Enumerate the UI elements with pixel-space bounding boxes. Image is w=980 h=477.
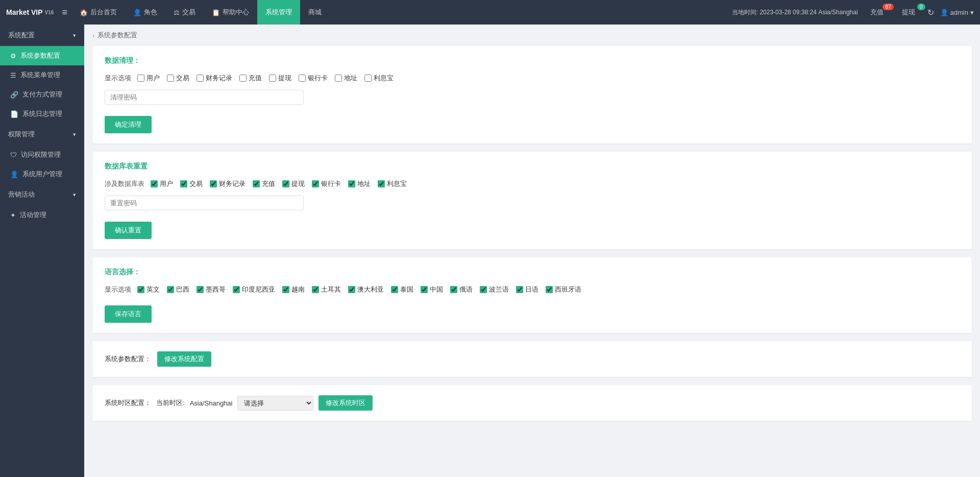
lang-checkbox-thailand[interactable] bbox=[391, 286, 398, 293]
cleanup-checkbox-finance[interactable] bbox=[197, 75, 204, 82]
nav-item-system[interactable]: 系统管理 bbox=[257, 0, 300, 25]
reset-checkbox-user[interactable] bbox=[151, 180, 158, 187]
top-navigation: Market VIP V16 ≡ 🏠 后台首页 👤 角色 ⚖ 交易 📋 帮助中心… bbox=[0, 0, 980, 25]
reset-checkbox-bankcard[interactable] bbox=[312, 180, 319, 187]
cleanup-cb-address[interactable]: 地址 bbox=[335, 74, 357, 83]
reset-checkbox-address[interactable] bbox=[348, 180, 355, 187]
language-display-label: 显示选项 bbox=[105, 285, 131, 294]
lang-checkbox-turkey[interactable] bbox=[312, 286, 319, 293]
cleanup-cb-bankcard[interactable]: 银行卡 bbox=[299, 74, 328, 83]
lang-cb-indonesia[interactable]: 印度尼西亚 bbox=[233, 285, 275, 294]
lang-cb-mexico[interactable]: 墨西哥 bbox=[197, 285, 226, 294]
sys-config-label: 系统参数配置： bbox=[105, 354, 151, 364]
sidebar-section-header-permission[interactable]: 权限管理 ▾ bbox=[0, 124, 84, 145]
reset-cb-address[interactable]: 地址 bbox=[348, 179, 371, 188]
cleanup-checkbox-withdraw[interactable] bbox=[269, 75, 276, 82]
nav-shop-label: 商城 bbox=[308, 8, 322, 17]
lang-cb-spanish[interactable]: 西班牙语 bbox=[546, 285, 581, 294]
cleanup-checkbox-trade[interactable] bbox=[167, 75, 174, 82]
save-language-button[interactable]: 保存语言 bbox=[105, 305, 152, 323]
lang-cb-australia[interactable]: 澳大利亚 bbox=[348, 285, 384, 294]
nav-item-role[interactable]: 👤 角色 bbox=[125, 0, 165, 25]
cleanup-cb-withdraw[interactable]: 提现 bbox=[269, 74, 291, 83]
reset-cb-recharge[interactable]: 充值 bbox=[253, 179, 275, 188]
sidebar-item-activity[interactable]: ✦ 活动管理 bbox=[0, 205, 84, 225]
lang-checkbox-brazil[interactable] bbox=[167, 286, 174, 293]
lang-checkbox-russian[interactable] bbox=[450, 286, 457, 293]
refresh-icon[interactable]: ↻ bbox=[927, 8, 934, 17]
cleanup-cb-interest[interactable]: 利息宝 bbox=[364, 74, 394, 83]
lang-checkbox-english[interactable] bbox=[137, 286, 144, 293]
reset-cb-interest[interactable]: 利息宝 bbox=[378, 179, 407, 188]
sidebar-item-logs[interactable]: 📄 系统日志管理 bbox=[0, 104, 84, 124]
reset-checkbox-trade[interactable] bbox=[180, 180, 187, 187]
sidebar-item-payment[interactable]: 🔗 支付方式管理 bbox=[0, 85, 84, 104]
cleanup-cb-trade[interactable]: 交易 bbox=[167, 74, 189, 83]
reset-cb-trade[interactable]: 交易 bbox=[180, 179, 203, 188]
nav-toggle-icon[interactable]: ≡ bbox=[62, 7, 67, 18]
lang-cb-english[interactable]: 英文 bbox=[137, 285, 160, 294]
admin-icon: 👤 bbox=[940, 9, 948, 16]
lang-checkbox-japanese[interactable] bbox=[516, 286, 523, 293]
lang-checkbox-spanish[interactable] bbox=[546, 286, 553, 293]
admin-menu[interactable]: 👤 admin ▾ bbox=[940, 9, 974, 16]
cleanup-checkbox-interest[interactable] bbox=[364, 75, 372, 82]
lang-checkbox-australia[interactable] bbox=[348, 286, 355, 293]
cleanup-confirm-button[interactable]: 确定清理 bbox=[105, 116, 152, 133]
reset-confirm-button[interactable]: 确认重置 bbox=[105, 222, 152, 239]
reset-checkbox-interest[interactable] bbox=[378, 180, 385, 187]
sidebar-access-label: 访问权限管理 bbox=[21, 150, 61, 159]
reset-checkbox-recharge[interactable] bbox=[253, 180, 260, 187]
nav-item-trade[interactable]: ⚖ 交易 bbox=[165, 0, 204, 25]
sidebar-item-system-menu[interactable]: ☰ 系统菜单管理 bbox=[0, 65, 84, 85]
modify-timezone-button[interactable]: 修改系统时区 bbox=[318, 395, 373, 411]
gear-icon: ⚙ bbox=[10, 52, 16, 60]
sidebar-section-header-marketing[interactable]: 营销活动 ▾ bbox=[0, 184, 84, 205]
modify-sys-config-button[interactable]: 修改系统配置 bbox=[157, 351, 211, 367]
lang-cb-russian[interactable]: 俄语 bbox=[450, 285, 473, 294]
cleanup-password-input[interactable] bbox=[105, 90, 304, 105]
lang-checkbox-polish[interactable] bbox=[480, 286, 487, 293]
sidebar-section-header-system[interactable]: 系统配置 ▾ bbox=[0, 25, 84, 46]
lang-checkbox-vietnam[interactable] bbox=[282, 286, 289, 293]
sidebar-item-system-params[interactable]: ⚙ 系统参数配置 bbox=[0, 46, 84, 65]
lang-cb-vietnam[interactable]: 越南 bbox=[282, 285, 305, 294]
sidebar-item-access[interactable]: 🛡 访问权限管理 bbox=[0, 145, 84, 164]
lang-checkbox-mexico[interactable] bbox=[197, 286, 204, 293]
reset-cb-finance[interactable]: 财务记录 bbox=[210, 179, 246, 188]
lang-checkbox-indonesia[interactable] bbox=[233, 286, 240, 293]
cleanup-cb-user[interactable]: 用户 bbox=[137, 74, 160, 83]
nav-item-help[interactable]: 📋 帮助中心 bbox=[204, 0, 257, 25]
breadcrumb-current: 系统参数配置 bbox=[97, 31, 137, 40]
lang-cb-brazil[interactable]: 巴西 bbox=[167, 285, 189, 294]
cleanup-cb-finance[interactable]: 财务记录 bbox=[197, 74, 232, 83]
lang-cb-thailand[interactable]: 泰国 bbox=[391, 285, 413, 294]
nav-trade-label: 交易 bbox=[182, 8, 195, 17]
sidebar-item-users[interactable]: 👤 系统用户管理 bbox=[0, 164, 84, 184]
recharge-button[interactable]: 充值 87 bbox=[864, 8, 890, 17]
lang-cb-japanese[interactable]: 日语 bbox=[516, 285, 538, 294]
withdraw-button[interactable]: 提现 0 bbox=[896, 8, 921, 17]
lang-cb-polish[interactable]: 波兰语 bbox=[480, 285, 509, 294]
reset-checkbox-finance[interactable] bbox=[210, 180, 217, 187]
timezone-current-value: Asia/Shanghai bbox=[190, 399, 233, 407]
cleanup-checkbox-user[interactable] bbox=[137, 75, 144, 82]
withdraw-badge: 0 bbox=[917, 4, 925, 10]
lang-cb-turkey[interactable]: 土耳其 bbox=[312, 285, 341, 294]
reset-cb-withdraw[interactable]: 提现 bbox=[282, 179, 305, 188]
nav-item-home[interactable]: 🏠 后台首页 bbox=[71, 0, 125, 25]
cleanup-checkbox-bankcard[interactable] bbox=[299, 75, 306, 82]
reset-cb-bankcard[interactable]: 银行卡 bbox=[312, 179, 341, 188]
nav-item-shop[interactable]: 商城 bbox=[300, 0, 330, 25]
cleanup-checkbox-recharge[interactable] bbox=[239, 75, 247, 82]
menu-icon: ☰ bbox=[10, 71, 16, 79]
cleanup-cb-recharge[interactable]: 充值 bbox=[239, 74, 262, 83]
timezone-select[interactable]: 请选择 Asia/Shanghai UTC America/New_York bbox=[237, 396, 313, 411]
page-layout: 系统配置 ▾ ⚙ 系统参数配置 ☰ 系统菜单管理 🔗 支付方式管理 📄 系统日志… bbox=[0, 25, 980, 477]
reset-password-input[interactable] bbox=[105, 196, 304, 210]
lang-checkbox-china[interactable] bbox=[421, 286, 428, 293]
lang-cb-china[interactable]: 中国 bbox=[421, 285, 443, 294]
reset-cb-user[interactable]: 用户 bbox=[151, 179, 173, 188]
reset-checkbox-withdraw[interactable] bbox=[282, 180, 289, 187]
cleanup-checkbox-address[interactable] bbox=[335, 75, 342, 82]
